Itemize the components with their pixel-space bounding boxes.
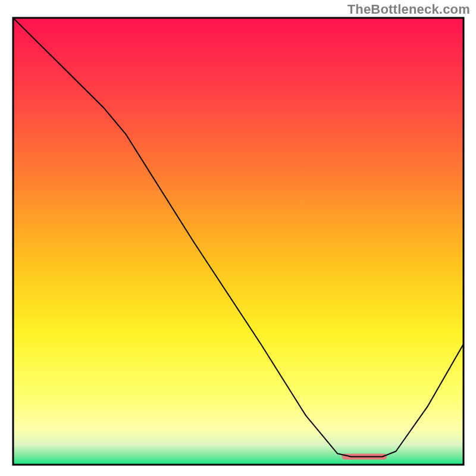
bottleneck-chart xyxy=(0,0,476,476)
chart-frame: TheBottleneck.com xyxy=(0,0,476,476)
